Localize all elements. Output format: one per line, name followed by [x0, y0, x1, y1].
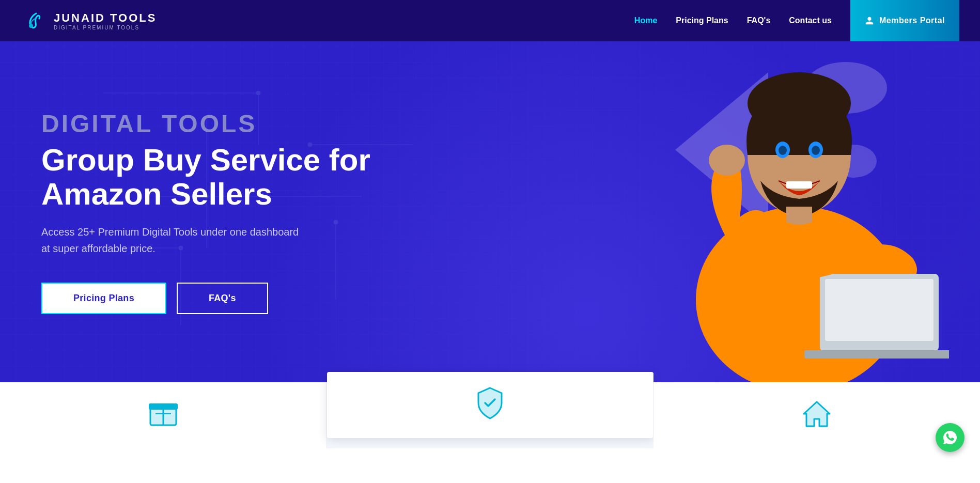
bottom-card-1 — [0, 382, 327, 448]
nav-faqs[interactable]: FAQ's — [747, 16, 771, 25]
person-illustration — [649, 52, 949, 382]
svg-point-24 — [812, 146, 820, 155]
svg-rect-25 — [786, 181, 812, 189]
shield-icon — [476, 386, 504, 420]
card1-icon-box — [145, 398, 181, 429]
svg-point-1 — [29, 24, 33, 28]
hero-title: Group Buy Service for Amazon Sellers — [41, 143, 372, 211]
card3-icon-box — [799, 398, 835, 429]
svg-point-26 — [709, 145, 745, 176]
navbar: JUNAID TOOLS DIGITAL PREMIUM TOOLS Home … — [0, 0, 980, 41]
logo-text: JUNAID TOOLS DIGITAL PREMIUM TOOLS — [54, 11, 157, 30]
svg-rect-29 — [804, 350, 949, 359]
whatsapp-button[interactable] — [936, 423, 965, 448]
pricing-plans-button[interactable]: Pricing Plans — [41, 283, 166, 314]
home-icon — [801, 399, 832, 428]
bottom-cards-strip — [0, 382, 980, 448]
hero-buttons: Pricing Plans FAQ's — [41, 283, 372, 314]
svg-point-0 — [21, 7, 48, 34]
logo-subtitle: DIGITAL PREMIUM TOOLS — [54, 25, 157, 30]
svg-marker-36 — [804, 402, 830, 426]
members-portal-button[interactable]: Members Portal — [850, 0, 959, 41]
svg-point-23 — [779, 146, 787, 155]
members-portal-label: Members Portal — [879, 16, 945, 25]
svg-rect-28 — [825, 279, 934, 341]
hero-description: Access 25+ Premium Digital Tools under o… — [41, 224, 310, 257]
logo-icon — [21, 7, 48, 34]
hero-content: DIGITAL TOOLS Group Buy Service for Amaz… — [0, 79, 413, 345]
hero-person-area — [649, 52, 949, 382]
user-icon — [865, 16, 874, 25]
hero-label: DIGITAL TOOLS — [41, 110, 372, 138]
svg-rect-33 — [149, 403, 178, 410]
faq-button[interactable]: FAQ's — [177, 283, 268, 314]
whatsapp-icon — [942, 430, 958, 445]
box-icon — [148, 399, 179, 428]
nav-contact[interactable]: Contact us — [789, 16, 832, 25]
nav-home[interactable]: Home — [634, 16, 657, 25]
logo[interactable]: JUNAID TOOLS DIGITAL PREMIUM TOOLS — [21, 7, 157, 34]
nav-pricing[interactable]: Pricing Plans — [676, 16, 728, 25]
logo-name: JUNAID TOOLS — [54, 11, 157, 25]
nav-links: Home Pricing Plans FAQ's Contact us Memb… — [634, 0, 959, 41]
bottom-card-3 — [654, 382, 980, 448]
hero-section: DIGITAL TOOLS Group Buy Service for Amaz… — [0, 41, 980, 382]
card2-icon-box — [472, 387, 508, 418]
